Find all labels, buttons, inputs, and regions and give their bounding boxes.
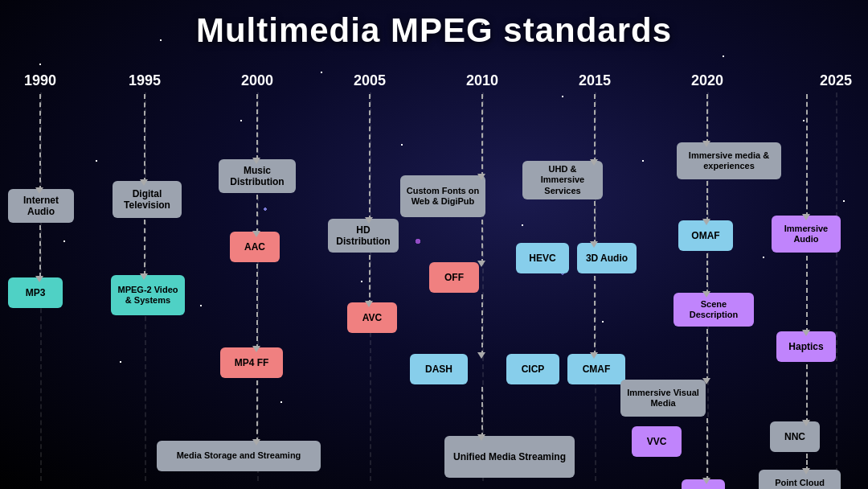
year-1995: 1995 — [129, 72, 161, 89]
card-custom-fonts: Custom Fonts on Web & DigiPub — [400, 175, 485, 217]
year-2010: 2010 — [466, 72, 498, 89]
year-2005: 2005 — [354, 72, 386, 89]
card-hevc: HEVC — [516, 243, 569, 273]
card-unified-media: Unified Media Streaming — [444, 436, 575, 478]
card-point-cloud: Point Cloud Compression — [759, 470, 841, 489]
card-dash: DASH — [410, 354, 468, 384]
card-immersive-media: Immersive media & experiences — [677, 142, 781, 179]
card-media-storage: Media Storage and Streaming — [157, 441, 321, 471]
card-internet-audio: Internet Audio — [8, 189, 74, 223]
card-3d-audio: 3D Audio — [577, 243, 637, 273]
page-title: Multimedia MPEG standards — [0, 0, 868, 50]
card-digital-tv: Digital Television — [113, 181, 182, 218]
card-off: OFF — [429, 262, 479, 293]
card-mp4ff: MP4 FF — [220, 347, 283, 378]
card-vvc: VVC — [632, 426, 682, 457]
card-immersive-audio: Immersive Audio — [772, 216, 841, 253]
timeline-area: 1990 1995 2000 2005 2010 2015 2020 2025 … — [0, 64, 868, 481]
year-2015: 2015 — [579, 72, 611, 89]
card-nnc: NNC — [770, 421, 820, 452]
card-music-dist: Music Distribution — [219, 159, 296, 193]
card-mpeg2: MPEG-2 Video & Systems — [111, 275, 185, 315]
year-2020: 2020 — [691, 72, 723, 89]
year-2000: 2000 — [241, 72, 273, 89]
card-scene-desc: Scene Description — [674, 293, 754, 327]
card-immersive-visual: Immersive Visual Media — [620, 380, 706, 417]
card-hd-dist: HD Distribution — [328, 219, 399, 253]
year-1990: 1990 — [24, 72, 56, 89]
card-cicp: CICP — [506, 354, 559, 384]
year-2025: 2025 — [820, 72, 852, 89]
card-uhd-immersive: UHD & Immersive Services — [522, 161, 603, 199]
